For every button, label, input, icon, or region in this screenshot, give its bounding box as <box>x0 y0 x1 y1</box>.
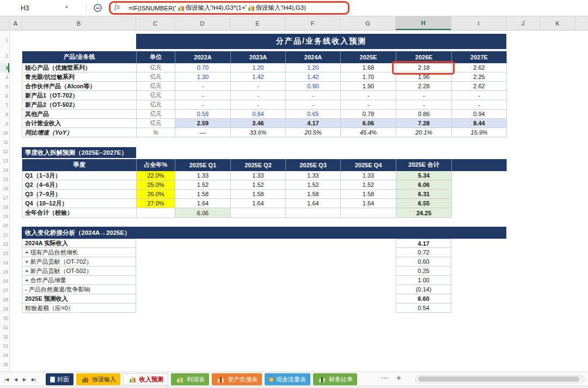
cell[interactable]: 1.64 <box>341 199 396 208</box>
formula-input[interactable]: =IF(ISNUMBER(' 假设输入'!H4),G3*(1+' 假设输入'!H… <box>128 0 306 16</box>
header-cell[interactable]: 2024A <box>286 51 341 63</box>
cell[interactable]: 4.17 <box>286 119 341 128</box>
cell[interactable]: 1.20 <box>286 63 341 72</box>
cell[interactable]: 1.33 <box>341 171 396 180</box>
column-header-D[interactable]: D <box>175 16 230 30</box>
cell[interactable]: 1.58 <box>341 190 396 199</box>
cell[interactable]: 核心产品（优施莹系列） <box>22 63 137 72</box>
cell[interactable]: - <box>231 82 286 91</box>
cell[interactable]: 0.94 <box>452 110 507 119</box>
row-number[interactable]: 20 <box>0 221 9 230</box>
cell[interactable]: + 新产品贡献（OT-502） <box>22 266 136 276</box>
row-number[interactable]: 33 <box>0 341 9 350</box>
row-number[interactable]: 19 <box>0 211 9 221</box>
cell[interactable]: 合计营业收入 <box>22 119 137 128</box>
row-number[interactable]: 3 <box>0 63 9 72</box>
row-number[interactable]: 8 <box>0 110 9 119</box>
cell[interactable]: - <box>175 100 231 110</box>
cell[interactable]: + 新产品贡献（OT-702） <box>22 257 136 266</box>
cell[interactable]: 1.64 <box>231 199 286 208</box>
cell[interactable]: 0.25 <box>396 266 451 276</box>
row-number[interactable]: 9 <box>0 119 9 128</box>
cell[interactable]: - <box>341 91 396 100</box>
cell[interactable]: 1.33 <box>286 171 341 180</box>
cell[interactable]: 24.25 <box>396 208 452 218</box>
column-header-K[interactable]: K <box>540 16 575 30</box>
cell[interactable]: 1.58 <box>175 190 231 199</box>
column-header-G[interactable]: G <box>340 16 396 30</box>
row-number[interactable]: 32 <box>0 332 9 341</box>
row-number[interactable]: 13 <box>0 156 9 165</box>
cell[interactable]: - <box>231 91 286 100</box>
horizontal-scrollbar[interactable] <box>415 375 585 383</box>
column-header-H[interactable]: H <box>396 16 451 30</box>
cell[interactable]: 6.60 <box>396 294 451 304</box>
tab-assumptions[interactable]: 假设输入 <box>76 373 120 385</box>
row-number[interactable]: 17 <box>0 193 9 202</box>
header-cell[interactable]: 2025E Q1 <box>175 159 231 171</box>
cell[interactable]: + 现有产品自然增长 <box>22 248 136 257</box>
row-number[interactable]: 10 <box>0 128 9 137</box>
cell[interactable]: 1.68 <box>341 63 396 72</box>
selected-cell[interactable]: 2.18 <box>396 63 452 72</box>
row-number[interactable]: 34 <box>0 350 9 360</box>
row-number[interactable]: 11 <box>0 137 9 147</box>
cell[interactable]: 1.30 <box>175 72 231 82</box>
row-number[interactable]: 14 <box>0 165 9 174</box>
select-all-corner[interactable] <box>0 16 10 30</box>
row-number[interactable]: 5 <box>0 82 9 91</box>
tab-cover[interactable]: 封面 <box>46 373 74 385</box>
sheet-title-cell[interactable]: 分产品/业务线收入预测 <box>136 34 506 49</box>
tab-last-button[interactable]: ▶| <box>32 372 36 386</box>
cell[interactable]: 15.9% <box>452 128 507 137</box>
cell[interactable]: - <box>286 100 341 110</box>
cell[interactable]: - <box>175 91 231 100</box>
sheet-grid[interactable]: 1234567891011121314151617181920212223242… <box>0 31 588 372</box>
cell[interactable]: (0.14) <box>396 285 451 294</box>
column-header-A[interactable]: A <box>10 16 22 30</box>
header-cell[interactable]: 占全年% <box>137 159 175 171</box>
empty-cell[interactable] <box>231 208 286 218</box>
cell[interactable]: 0.70 <box>175 63 231 72</box>
cell[interactable]: 新产品2（OT-502） <box>22 100 137 110</box>
header-cell[interactable]: 2025E Q4 <box>341 159 396 171</box>
tab-income-statement[interactable]: 利润表 <box>171 373 209 385</box>
cell[interactable]: 6.55 <box>396 199 452 208</box>
column-header-F[interactable]: F <box>285 16 340 30</box>
cell[interactable]: 1.70 <box>341 72 396 82</box>
row-number[interactable]: 35 <box>0 360 9 369</box>
cell[interactable]: 2.62 <box>452 82 507 91</box>
cell[interactable]: Q4（10–12月） <box>22 199 137 208</box>
cell[interactable]: 0.78 <box>341 110 396 119</box>
cell[interactable]: 26.0% <box>137 190 175 199</box>
cell[interactable]: 1.00 <box>396 276 451 285</box>
cell[interactable]: 7.28 <box>396 119 452 128</box>
name-box[interactable]: H3 ▾ <box>0 0 82 16</box>
add-sheet-button[interactable]: + <box>396 373 401 382</box>
cell[interactable]: Q2（4–6月） <box>22 180 137 190</box>
row-number[interactable]: 27 <box>0 286 9 295</box>
empty-cell[interactable] <box>286 208 341 218</box>
cell[interactable]: 1.96 <box>396 72 452 82</box>
cell[interactable]: 8.44 <box>452 119 507 128</box>
cell[interactable]: - 产品自然衰退/竞争影响 <box>22 285 136 294</box>
quarterly-title-cell[interactable]: 季度收入拆解预测（2025E–2027E） <box>22 147 136 158</box>
cell[interactable]: 亿元 <box>137 82 175 91</box>
cell[interactable]: 0.72 <box>396 248 451 257</box>
cell[interactable]: 2.59 <box>175 119 231 128</box>
cell[interactable]: - <box>452 100 507 110</box>
cell[interactable]: - <box>286 91 341 100</box>
circle-minus-icon[interactable] <box>94 4 102 12</box>
cell[interactable]: 1.90 <box>341 82 396 91</box>
row-number[interactable]: 23 <box>0 248 9 258</box>
header-cell[interactable]: 2022A <box>175 51 231 63</box>
cell[interactable]: 1.52 <box>175 180 231 190</box>
cell[interactable]: - <box>175 82 231 91</box>
tab-first-button[interactable]: |◀ <box>4 372 9 386</box>
cell[interactable]: 合作伙伴产品（Alcon等） <box>22 82 137 91</box>
cell[interactable]: 2025E 预测收入 <box>22 294 136 304</box>
cell[interactable]: - <box>341 100 396 110</box>
cell[interactable]: 1.58 <box>231 190 286 199</box>
cell[interactable]: 1.64 <box>286 199 341 208</box>
column-header-E[interactable]: E <box>230 16 285 30</box>
